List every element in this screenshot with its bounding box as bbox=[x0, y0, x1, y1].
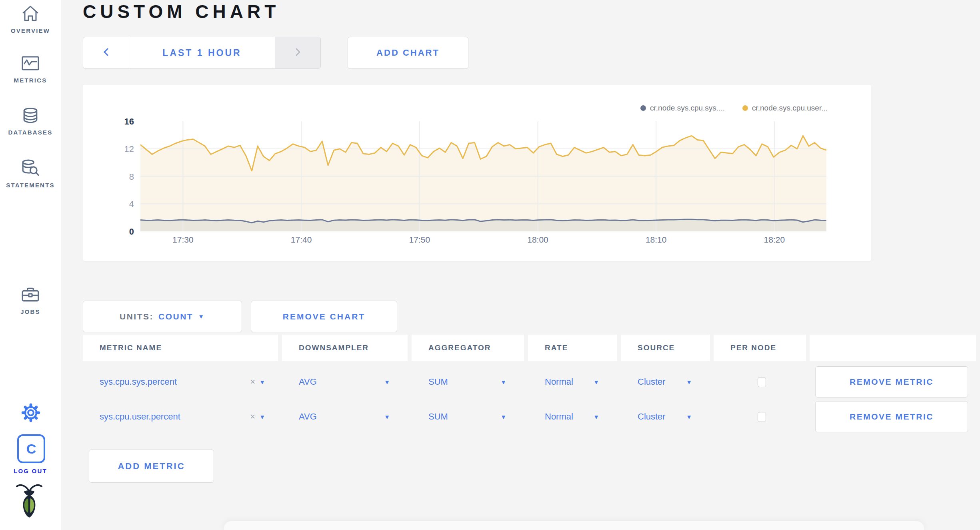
downsampler-select[interactable]: AVG ▼ bbox=[282, 377, 412, 387]
column-header-metric-name: METRIC NAME bbox=[83, 335, 278, 361]
per-node-checkbox[interactable] bbox=[758, 377, 766, 387]
sidebar-item-statements[interactable]: STATEMENTS bbox=[0, 159, 61, 189]
source-select[interactable]: Cluster ▼ bbox=[621, 412, 714, 422]
clear-icon[interactable]: × bbox=[250, 412, 255, 422]
rate-select[interactable]: Normal ▼ bbox=[528, 412, 621, 422]
sidebar-item-jobs[interactable]: JOBS bbox=[0, 286, 61, 315]
units-dropdown[interactable]: UNITS: COUNT ▼ bbox=[83, 301, 242, 332]
chevron-down-icon: ▼ bbox=[198, 313, 205, 319]
rate-select[interactable]: Normal ▼ bbox=[528, 377, 621, 387]
source-value: Cluster bbox=[638, 377, 666, 387]
cockroach-c-icon[interactable]: C bbox=[17, 434, 45, 463]
dropdown-caret-icon: ▼ bbox=[593, 414, 599, 420]
cockroachdb-logo-icon bbox=[16, 482, 42, 521]
column-header-source: SOURCE bbox=[621, 335, 710, 361]
column-header-rate: RATE bbox=[528, 335, 617, 361]
column-header-downsampler: DOWNSAMPLER bbox=[282, 335, 408, 361]
svg-text:18:00: 18:00 bbox=[527, 235, 548, 244]
metric-name-value[interactable]: sys.cpu.sys.percent bbox=[100, 377, 177, 387]
page-title: CUSTOM CHART bbox=[83, 1, 280, 22]
sidebar-item-label: STATEMENTS bbox=[6, 182, 54, 189]
home-icon bbox=[21, 5, 40, 24]
source-select[interactable]: Cluster ▼ bbox=[621, 377, 714, 387]
sidebar: OVERVIEW METRICS DATABASES bbox=[0, 0, 61, 530]
per-node-cell bbox=[714, 377, 810, 387]
source-value: Cluster bbox=[638, 412, 666, 422]
chevron-left-icon bbox=[103, 48, 109, 58]
sidebar-item-metrics[interactable]: METRICS bbox=[0, 55, 61, 84]
units-value: COUNT bbox=[158, 312, 193, 321]
time-range-label[interactable]: LAST 1 HOUR bbox=[129, 37, 275, 68]
sidebar-item-label: JOBS bbox=[20, 308, 40, 315]
clear-icon[interactable]: × bbox=[250, 377, 255, 387]
legend-dot-icon bbox=[640, 105, 646, 111]
database-icon bbox=[22, 107, 39, 126]
svg-text:17:50: 17:50 bbox=[409, 235, 430, 244]
svg-text:18:10: 18:10 bbox=[646, 235, 667, 244]
svg-text:4: 4 bbox=[129, 199, 134, 209]
dropdown-caret-icon[interactable]: ▼ bbox=[259, 414, 265, 420]
column-header-actions bbox=[810, 335, 976, 361]
custom-chart-page: OVERVIEW METRICS DATABASES bbox=[0, 0, 980, 530]
metric-row: sys.cpu.user.percent × ▼ AVG ▼ SUM ▼ Nor… bbox=[83, 401, 968, 432]
chevron-right-icon bbox=[295, 48, 301, 58]
add-chart-button[interactable]: ADD CHART bbox=[348, 37, 468, 69]
sidebar-item-label: METRICS bbox=[14, 77, 47, 84]
legend-item: cr.node.sys.cpu.user... bbox=[742, 104, 828, 112]
metric-row: sys.cpu.sys.percent × ▼ AVG ▼ SUM ▼ Norm… bbox=[83, 366, 968, 398]
svg-text:8: 8 bbox=[129, 172, 134, 182]
sidebar-item-databases[interactable]: DATABASES bbox=[0, 107, 61, 136]
settings-gear-icon[interactable] bbox=[21, 403, 41, 424]
bottom-panel-edge bbox=[224, 521, 924, 530]
svg-text:12: 12 bbox=[124, 144, 134, 154]
dropdown-caret-icon: ▼ bbox=[384, 379, 390, 385]
remove-metric-button[interactable]: REMOVE METRIC bbox=[815, 366, 968, 398]
time-range-next-button[interactable] bbox=[275, 37, 320, 68]
units-label: UNITS: bbox=[120, 312, 154, 321]
jobs-icon bbox=[21, 286, 40, 305]
sidebar-item-label: OVERVIEW bbox=[11, 27, 50, 34]
chart-legend: cr.node.sys.cpu.sys.... cr.node.sys.cpu.… bbox=[640, 104, 828, 112]
dropdown-caret-icon: ▼ bbox=[686, 379, 692, 385]
metric-name-value[interactable]: sys.cpu.user.percent bbox=[100, 412, 180, 422]
time-range-selector: LAST 1 HOUR bbox=[83, 37, 321, 69]
sidebar-item-label: DATABASES bbox=[8, 129, 53, 136]
logout-link[interactable]: LOG OUT bbox=[0, 468, 61, 474]
rate-value: Normal bbox=[545, 412, 573, 422]
metric-name-cell[interactable]: sys.cpu.user.percent × ▼ bbox=[83, 412, 282, 422]
dropdown-caret-icon: ▼ bbox=[593, 379, 599, 385]
svg-text:0: 0 bbox=[129, 227, 134, 237]
sidebar-item-overview[interactable]: OVERVIEW bbox=[0, 5, 61, 34]
metrics-icon bbox=[21, 55, 40, 74]
metric-table-header: METRIC NAME DOWNSAMPLER AGGREGATOR RATE … bbox=[83, 335, 976, 361]
remove-metric-button[interactable]: REMOVE METRIC bbox=[815, 401, 968, 432]
rate-value: Normal bbox=[545, 377, 573, 387]
metric-name-cell[interactable]: sys.cpu.sys.percent × ▼ bbox=[83, 377, 282, 387]
column-header-per-node: PER NODE bbox=[714, 335, 806, 361]
per-node-checkbox[interactable] bbox=[758, 412, 766, 422]
chart-card: 17:3017:4017:5018:0018:1018:201612840 cr… bbox=[83, 84, 871, 261]
dropdown-caret-icon: ▼ bbox=[500, 379, 506, 385]
per-node-cell bbox=[714, 412, 810, 422]
legend-label: cr.node.sys.cpu.user... bbox=[752, 104, 828, 112]
aggregator-value: SUM bbox=[428, 377, 448, 387]
statements-icon bbox=[21, 159, 40, 179]
legend-label: cr.node.sys.cpu.sys.... bbox=[650, 104, 725, 112]
legend-item: cr.node.sys.cpu.sys.... bbox=[640, 104, 725, 112]
legend-dot-icon bbox=[742, 105, 748, 111]
remove-chart-button[interactable]: REMOVE CHART bbox=[251, 301, 397, 332]
aggregator-select[interactable]: SUM ▼ bbox=[412, 412, 528, 422]
time-range-prev-button[interactable] bbox=[83, 37, 129, 68]
svg-text:16: 16 bbox=[124, 116, 134, 126]
aggregator-value: SUM bbox=[428, 412, 448, 422]
dropdown-caret-icon[interactable]: ▼ bbox=[259, 379, 265, 385]
downsampler-select[interactable]: AVG ▼ bbox=[282, 412, 412, 422]
aggregator-select[interactable]: SUM ▼ bbox=[412, 377, 528, 387]
svg-text:17:30: 17:30 bbox=[172, 235, 194, 244]
add-metric-button[interactable]: ADD METRIC bbox=[89, 450, 214, 483]
dropdown-caret-icon: ▼ bbox=[384, 414, 390, 420]
svg-text:18:20: 18:20 bbox=[764, 235, 785, 244]
downsampler-value: AVG bbox=[299, 377, 317, 387]
svg-text:17:40: 17:40 bbox=[291, 235, 312, 244]
column-header-aggregator: AGGREGATOR bbox=[412, 335, 524, 361]
